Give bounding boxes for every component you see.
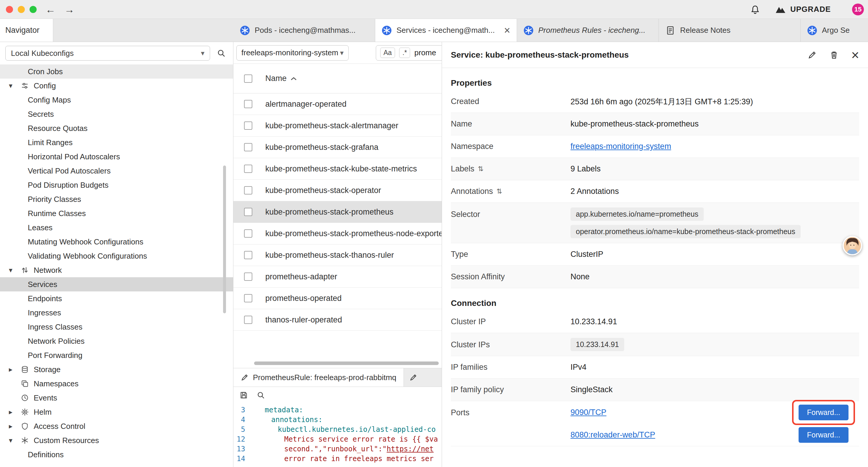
- sidebar-item-config-maps[interactable]: Config Maps: [0, 93, 233, 107]
- floating-avatar[interactable]: [843, 236, 862, 255]
- row-checkbox[interactable]: [244, 143, 252, 151]
- tab-services-icecheng-math[interactable]: Services - icecheng@math...×: [375, 19, 517, 42]
- row-checkbox[interactable]: [244, 229, 252, 238]
- table-row[interactable]: kube-prometheus-stack-thanos-ruler: [234, 244, 442, 266]
- yaml-editor[interactable]: 3metadata:4annotations:5kubectl.kubernet…: [234, 404, 442, 467]
- table-row[interactable]: prometheus-operated: [234, 288, 442, 309]
- row-checkbox[interactable]: [244, 121, 252, 130]
- sidebar-item-helm[interactable]: ▸Helm: [0, 405, 233, 419]
- vertical-scrollbar-thumb[interactable]: [223, 166, 226, 313]
- maximize-window-button[interactable]: [30, 6, 37, 13]
- tab-prometheus-rules-icecheng[interactable]: Prometheus Rules - icecheng...: [517, 19, 659, 42]
- tab-argo-se[interactable]: Argo Se: [801, 19, 868, 42]
- sidebar-item-services[interactable]: Services: [0, 277, 233, 291]
- chevron-right-icon[interactable]: ▸: [9, 408, 21, 416]
- table-row[interactable]: kube-prometheus-stack-alertmanager: [234, 115, 442, 137]
- upgrade-button[interactable]: UPGRADE: [774, 5, 831, 14]
- chevron-down-icon[interactable]: ▾: [9, 436, 21, 444]
- port-link[interactable]: 8080:reloader-web/TCP: [570, 430, 655, 439]
- sidebar-item-runtime-classes[interactable]: Runtime Classes: [0, 206, 233, 221]
- sidebar-item-custom-resources[interactable]: ▾Custom Resources: [0, 433, 233, 447]
- kubeconfig-selector[interactable]: Local Kubeconfigs ▾: [5, 46, 210, 61]
- sidebar-item-horizontal-pod-autoscalers[interactable]: Horizontal Pod Autoscalers: [0, 150, 233, 164]
- sidebar-item-pod-disruption-budgets[interactable]: Pod Disruption Budgets: [0, 178, 233, 192]
- edit-button[interactable]: [807, 50, 817, 60]
- row-checkbox[interactable]: [244, 272, 252, 281]
- sidebar-item-cron-jobs[interactable]: Cron Jobs: [0, 64, 233, 79]
- sidebar-item-limit-ranges[interactable]: Limit Ranges: [0, 135, 233, 150]
- namespace-link[interactable]: freeleaps-monitoring-system: [570, 142, 671, 151]
- chevron-down-icon[interactable]: ▾: [9, 266, 21, 274]
- table-row[interactable]: prometheus-adapter: [234, 266, 442, 288]
- table-row[interactable]: kube-prometheus-stack-operator: [234, 180, 442, 201]
- table-row[interactable]: kube-prometheus-stack-prometheus-node-ex…: [234, 223, 442, 244]
- row-checkbox[interactable]: [244, 165, 252, 173]
- notifications-bell-icon[interactable]: [750, 4, 760, 14]
- close-tab-icon[interactable]: ×: [504, 25, 510, 36]
- table-row[interactable]: kube-prometheus-stack-prometheus: [234, 201, 442, 223]
- row-checkbox[interactable]: [244, 251, 252, 259]
- sidebar-item-priority-classes[interactable]: Priority Classes: [0, 192, 233, 206]
- sidebar-item-network[interactable]: ▾Network: [0, 263, 233, 277]
- sort-icon[interactable]: ⇅: [497, 187, 502, 195]
- sidebar-item-port-forwarding[interactable]: Port Forwarding: [0, 348, 233, 362]
- sidebar-item-network-policies[interactable]: Network Policies: [0, 334, 233, 348]
- forward-button[interactable]: Forward...: [799, 405, 848, 420]
- row-checkbox[interactable]: [244, 294, 252, 302]
- row-checkbox[interactable]: [244, 316, 252, 324]
- sidebar-item-namespaces[interactable]: Namespaces: [0, 377, 233, 391]
- sidebar-item-vertical-pod-autoscalers[interactable]: Vertical Pod Autoscalers: [0, 164, 233, 178]
- sidebar-item-leases[interactable]: Leases: [0, 221, 233, 235]
- sidebar-item-events[interactable]: Events: [0, 391, 233, 405]
- notification-count-badge[interactable]: 15: [852, 4, 864, 16]
- column-header-name[interactable]: Name: [265, 74, 297, 83]
- close-window-button[interactable]: [6, 6, 13, 13]
- table-row[interactable]: alertmanager-operated: [234, 93, 442, 115]
- save-icon[interactable]: [239, 391, 248, 400]
- sidebar-item-ingresses[interactable]: Ingresses: [0, 305, 233, 320]
- row-checkbox[interactable]: [244, 100, 252, 108]
- forward-button[interactable]: Forward...: [799, 427, 848, 443]
- namespace-filter-select[interactable]: freeleaps-monitoring-system ▾: [236, 45, 349, 61]
- sidebar-item-label: Port Forwarding: [28, 351, 83, 360]
- match-case-toggle[interactable]: Aa: [380, 48, 395, 58]
- chevron-right-icon[interactable]: ▸: [9, 422, 21, 430]
- table-row[interactable]: kube-prometheus-stack-grafana: [234, 137, 442, 158]
- sidebar-item-storage[interactable]: ▸Storage: [0, 362, 233, 377]
- sidebar-item-definitions[interactable]: Definitions: [0, 447, 233, 462]
- table-search-box[interactable]: Aa .* prome: [376, 45, 442, 61]
- sidebar-item-label: Resource Quotas: [28, 124, 88, 133]
- select-all-checkbox[interactable]: [244, 75, 252, 83]
- close-drawer-button[interactable]: ×: [851, 48, 859, 62]
- table-row[interactable]: kube-prometheus-stack-kube-state-metrics: [234, 158, 442, 180]
- tab-pods-icecheng-mathmas[interactable]: Pods - icecheng@mathmas...: [234, 19, 375, 42]
- sort-icon[interactable]: ⇅: [478, 165, 484, 173]
- chevron-down-icon[interactable]: ▾: [9, 82, 21, 90]
- sidebar-item-ingress-classes[interactable]: Ingress Classes: [0, 320, 233, 334]
- search-input[interactable]: prome: [414, 48, 436, 57]
- sidebar-item-access-control[interactable]: ▸Access Control: [0, 419, 233, 433]
- tab-release-notes[interactable]: Release Notes: [659, 19, 801, 42]
- search-icon[interactable]: [256, 391, 265, 400]
- regex-toggle[interactable]: .*: [399, 48, 410, 58]
- back-arrow-icon[interactable]: ←: [45, 4, 56, 14]
- editor-tab-partial[interactable]: [404, 368, 423, 387]
- sidebar-item-config[interactable]: ▾Config: [0, 79, 233, 93]
- sidebar-item-mutating-webhook-configurations[interactable]: Mutating Webhook Configurations: [0, 235, 233, 249]
- editor-tab-prometheusrule[interactable]: PrometheusRule: freeleaps-prod-rabbitmq: [234, 368, 404, 387]
- row-checkbox[interactable]: [244, 208, 252, 216]
- row-checkbox[interactable]: [244, 186, 252, 195]
- horizontal-scrollbar[interactable]: [254, 361, 439, 365]
- sidebar-item-endpoints[interactable]: Endpoints: [0, 291, 233, 305]
- port-link[interactable]: 9090/TCP: [570, 408, 607, 417]
- chevron-right-icon[interactable]: ▸: [9, 365, 21, 374]
- navigator-panel-tab[interactable]: Navigator: [0, 19, 53, 42]
- sidebar-item-resource-quotas[interactable]: Resource Quotas: [0, 121, 233, 135]
- sidebar-item-validating-webhook-configurations[interactable]: Validating Webhook Configurations: [0, 249, 233, 263]
- sidebar-item-secrets[interactable]: Secrets: [0, 107, 233, 121]
- sidebar-search-button[interactable]: [215, 47, 228, 60]
- forward-arrow-icon[interactable]: →: [64, 4, 74, 14]
- table-row[interactable]: thanos-ruler-operated: [234, 309, 442, 331]
- delete-button[interactable]: [829, 50, 839, 60]
- minimize-window-button[interactable]: [18, 6, 25, 13]
